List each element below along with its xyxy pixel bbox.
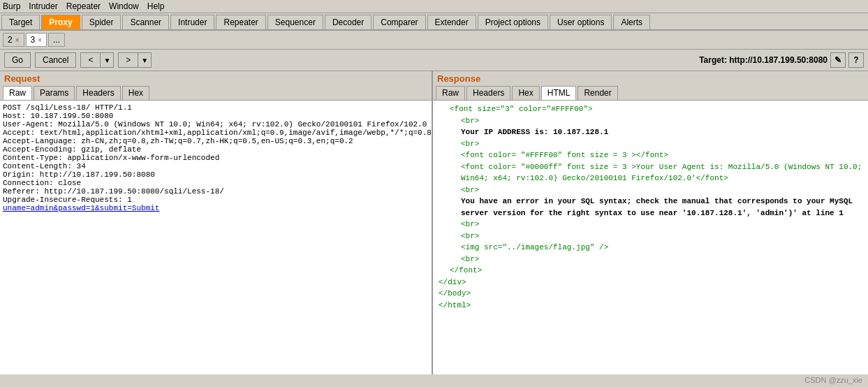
content-area: Request Raw Params Headers Hex POST /sql… xyxy=(0,71,868,374)
response-line: <font size="3" color="#FFFF00"> xyxy=(439,103,862,115)
sub-tab-2-label: 2 xyxy=(8,35,13,45)
main-tab-target[interactable]: Target xyxy=(1,15,40,29)
response-line: </font> xyxy=(439,265,862,277)
main-tab-comparer[interactable]: Comparer xyxy=(373,15,425,29)
sub-tab-2-close[interactable]: × xyxy=(15,36,20,44)
target-label: Target: http://10.187.199.50:8080 xyxy=(699,55,827,65)
edit-target-button[interactable]: ✎ xyxy=(830,52,846,68)
request-tab-hex[interactable]: Hex xyxy=(122,86,149,100)
menu-bar: Burp Intruder Repeater Window Help xyxy=(0,0,868,13)
main-tab-bar: TargetProxySpiderScannerIntruderRepeater… xyxy=(0,13,868,31)
response-line: </div> xyxy=(439,277,862,289)
menu-intruder[interactable]: Intruder xyxy=(29,1,57,11)
response-panel: Response Raw Headers Hex HTML Render <fo… xyxy=(433,71,868,374)
response-line: <font color= "#0000ff" font size = 3 >Yo… xyxy=(439,161,862,184)
sub-tab-3[interactable]: 3 × xyxy=(26,33,47,47)
response-line: <br> xyxy=(439,184,862,196)
back-button[interactable]: < xyxy=(80,52,100,68)
response-tab-raw[interactable]: Raw xyxy=(436,86,465,100)
request-tab-raw[interactable]: Raw xyxy=(3,86,32,100)
response-tab-render[interactable]: Render xyxy=(578,86,617,100)
response-content: <font size="3" color="#FFFF00"><br>Your … xyxy=(433,101,868,374)
target-info: Target: http://10.187.199.50:8080 ✎ ? xyxy=(699,52,864,68)
response-tab-html[interactable]: HTML xyxy=(541,86,577,100)
response-line: <br> xyxy=(439,231,862,242)
main-tab-extender[interactable]: Extender xyxy=(427,15,476,29)
forward-group: > ▼ xyxy=(118,52,152,68)
sub-tab-2[interactable]: 2 × xyxy=(3,33,24,47)
request-content-area: POST /sqli/Less-18/ HTTP/1.1Host: 10.187… xyxy=(0,101,432,374)
cancel-button[interactable]: Cancel xyxy=(35,52,76,68)
go-button[interactable]: Go xyxy=(4,52,31,68)
menu-burp[interactable]: Burp xyxy=(3,1,20,11)
menu-window[interactable]: Window xyxy=(109,1,139,11)
response-line: Your IP ADDRESS is: 10.187.128.1 xyxy=(439,126,862,138)
response-line: <br> xyxy=(439,115,862,127)
response-line: <br> xyxy=(439,138,862,150)
main-tab-decoder[interactable]: Decoder xyxy=(325,15,372,29)
response-line: <br> xyxy=(439,219,862,231)
request-tab-params[interactable]: Params xyxy=(34,86,75,100)
forward-arrow[interactable]: ▼ xyxy=(138,52,152,68)
request-panel: Request Raw Params Headers Hex POST /sql… xyxy=(0,71,433,374)
main-tab-scanner[interactable]: Scanner xyxy=(122,15,169,29)
request-tab-headers[interactable]: Headers xyxy=(76,86,120,100)
main-tab-alerts[interactable]: Alerts xyxy=(613,15,650,29)
main-tab-project-options[interactable]: Project options xyxy=(478,15,548,29)
sub-tab-more[interactable]: ... xyxy=(48,33,65,47)
main-tab-repeater[interactable]: Repeater xyxy=(216,15,265,29)
main-tab-sequencer[interactable]: Sequencer xyxy=(267,15,323,29)
sub-tab-bar: 2 × 3 × ... xyxy=(0,31,868,50)
help-button[interactable]: ? xyxy=(848,52,864,68)
response-line: <font color= "#FFFF00" font size = 3 ></… xyxy=(439,149,862,161)
request-title: Request xyxy=(0,71,432,86)
back-arrow[interactable]: ▼ xyxy=(100,52,114,68)
response-title: Response xyxy=(433,71,868,86)
main-tab-intruder[interactable]: Intruder xyxy=(170,15,214,29)
forward-button[interactable]: > xyxy=(118,52,138,68)
main-tab-spider[interactable]: Spider xyxy=(82,15,122,29)
response-line: <img src="../images/flag.jpg" /> xyxy=(439,242,862,254)
sub-tab-3-close[interactable]: × xyxy=(38,36,42,44)
response-tabs: Raw Headers Hex HTML Render xyxy=(433,86,868,101)
back-group: < ▼ xyxy=(80,52,114,68)
response-line: </html> xyxy=(439,300,862,312)
main-tab-proxy[interactable]: Proxy xyxy=(41,15,80,29)
menu-help[interactable]: Help xyxy=(147,1,165,11)
response-tab-hex[interactable]: Hex xyxy=(512,86,539,100)
response-line: <br> xyxy=(439,254,862,265)
request-link[interactable]: uname=admin&passwd=1&submit=Submit xyxy=(3,204,159,212)
response-line: </body> xyxy=(439,288,862,300)
response-line: You have an error in your SQL syntax; ch… xyxy=(439,196,862,219)
main-tab-user-options[interactable]: User options xyxy=(550,15,612,29)
menu-repeater[interactable]: Repeater xyxy=(66,1,101,11)
request-tabs: Raw Params Headers Hex xyxy=(0,86,432,101)
toolbar: Go Cancel < ▼ > ▼ Target: http://10.187.… xyxy=(0,50,868,71)
response-tab-headers[interactable]: Headers xyxy=(466,86,510,100)
sub-tab-3-label: 3 xyxy=(31,35,36,45)
request-text[interactable]: POST /sqli/Less-18/ HTTP/1.1Host: 10.187… xyxy=(0,101,432,374)
